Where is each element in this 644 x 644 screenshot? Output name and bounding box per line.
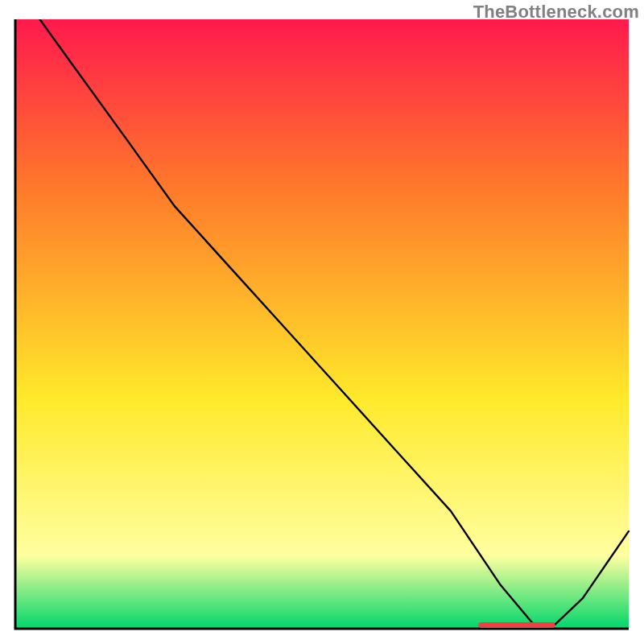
chart-stage: TheBottleneck.com	[0, 0, 644, 644]
chart-background	[15, 19, 629, 629]
chart-marker-segment	[478, 622, 555, 628]
chart-plot	[13, 19, 631, 631]
chart-svg	[13, 19, 631, 631]
